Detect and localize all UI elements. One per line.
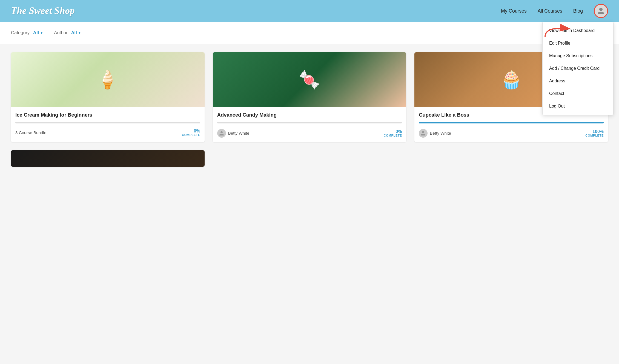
category-filter: Category: All [11, 30, 43, 36]
site-logo: The Sweet Shop [11, 5, 75, 16]
complete-pct: 100% [585, 129, 604, 134]
complete-text: COMPLETE [585, 134, 604, 137]
dropdown-address[interactable]: Address [543, 75, 613, 87]
user-icon [597, 7, 605, 15]
thumbnail-emoji: 🧁 [500, 70, 522, 90]
complete-pct: 0% [384, 129, 402, 134]
courses-grid: 🍦 Ice Cream Making for Beginners 3 Cours… [11, 52, 608, 142]
complete-text: COMPLETE [384, 134, 402, 137]
arrow-svg [542, 23, 575, 40]
nav-my-courses[interactable]: My Courses [501, 8, 527, 14]
complete-pct: 0% [182, 129, 200, 133]
author-icon [219, 131, 224, 136]
course-meta-cupcake: Betty White 100% COMPLETE [419, 129, 604, 138]
course-author-candy: Betty White [217, 129, 250, 138]
course-meta-candy: Betty White 0% COMPLETE [217, 129, 402, 138]
course-info-ice-cream: Ice Cream Making for Beginners 3 Course … [11, 107, 205, 141]
course-thumbnail-partial [11, 150, 205, 167]
course-card-partial[interactable] [11, 150, 205, 167]
thumbnail-emoji: 🍬 [299, 70, 320, 90]
arrow-indicator [542, 23, 575, 40]
complete-badge-cupcake: 100% COMPLETE [585, 129, 604, 137]
complete-badge-ice-cream: 0% COMPLETE [182, 129, 200, 137]
course-card-ice-cream[interactable]: 🍦 Ice Cream Making for Beginners 3 Cours… [11, 52, 205, 142]
dropdown-credit-card[interactable]: Add / Change Credit Card [543, 62, 613, 75]
author-filter: Author: All [54, 30, 81, 36]
category-dropdown[interactable]: All [33, 30, 43, 36]
filters-bar: Category: All Author: All [0, 22, 619, 44]
user-avatar-button[interactable] [594, 4, 608, 18]
site-header: The Sweet Shop My Courses All Courses Bl… [0, 0, 619, 22]
author-icon [420, 131, 426, 136]
course-thumbnail-ice-cream: 🍦 [11, 52, 205, 107]
complete-badge-candy: 0% COMPLETE [384, 129, 402, 137]
author-name-candy: Betty White [228, 131, 250, 135]
author-dropdown[interactable]: All [71, 30, 81, 36]
author-avatar-candy [217, 129, 226, 138]
nav-blog[interactable]: Blog [573, 8, 583, 14]
dropdown-logout[interactable]: Log Out [543, 100, 613, 112]
course-thumbnail-candy: 🍬 [213, 52, 406, 107]
thumbnail-emoji: 🍦 [97, 70, 119, 90]
progress-bar-bg-ice-cream [15, 122, 200, 123]
author-label: Author: [54, 30, 69, 36]
course-info-candy: Advanced Candy Making Betty White [213, 107, 406, 142]
progress-bar-fill-cupcake [419, 122, 604, 123]
nav-all-courses[interactable]: All Courses [538, 8, 562, 14]
dropdown-contact[interactable]: Contact [543, 87, 613, 100]
dropdown-manage-subscriptions[interactable]: Manage Subscriptions [543, 50, 613, 62]
main-nav: My Courses All Courses Blog [501, 4, 608, 18]
course-card-candy[interactable]: 🍬 Advanced Candy Making Betty White [213, 52, 406, 142]
course-author-cupcake: Betty White [419, 129, 451, 138]
course-meta-ice-cream: 3 Course Bundle 0% COMPLETE [15, 129, 200, 137]
progress-bar-bg-candy [217, 122, 402, 123]
course-title-ice-cream: Ice Cream Making for Beginners [15, 111, 200, 119]
complete-text: COMPLETE [182, 133, 200, 137]
main-content: 🍦 Ice Cream Making for Beginners 3 Cours… [0, 44, 619, 175]
bundle-label: 3 Course Bundle [15, 130, 46, 135]
category-label: Category: [11, 30, 31, 36]
author-avatar-cupcake [419, 129, 428, 138]
courses-grid-row2 [11, 150, 608, 167]
author-name-cupcake: Betty White [430, 131, 451, 135]
course-title-candy: Advanced Candy Making [217, 111, 402, 119]
progress-bar-bg-cupcake [419, 122, 604, 123]
